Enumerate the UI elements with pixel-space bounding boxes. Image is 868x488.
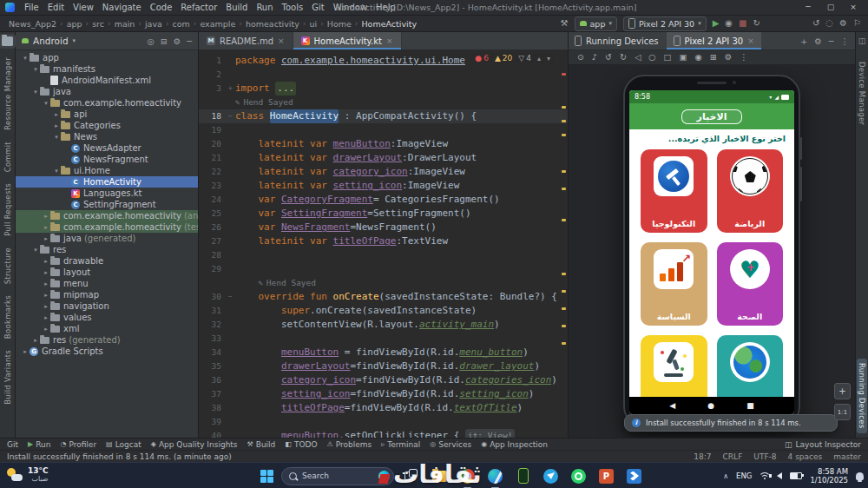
notifications-bell-icon[interactable]: ⚐ xyxy=(853,16,861,30)
emulator-icon[interactable] xyxy=(513,466,533,486)
screenshot-icon[interactable]: ▣ xyxy=(680,51,687,63)
menu-refactor[interactable]: Refactor xyxy=(176,0,221,15)
whatsapp-icon[interactable] xyxy=(569,466,589,486)
code-line[interactable]: 40 menuButton.setOnClickListener { it: V… xyxy=(199,429,568,438)
add-device-icon[interactable]: + xyxy=(800,36,807,46)
tool-button-todo[interactable]: ◧TODO xyxy=(285,440,317,449)
code-line[interactable]: 38 titleOfPage=findViewById(R.id.textOfT… xyxy=(199,401,568,415)
menu-code[interactable]: Code xyxy=(146,0,177,15)
tool-button-build[interactable]: ⚒Build xyxy=(247,440,276,449)
volume-icon[interactable] xyxy=(777,472,782,479)
breadcrumb-com[interactable]: com xyxy=(171,19,192,29)
line-ending-indicator[interactable]: CRLF xyxy=(723,452,743,461)
code-line[interactable]: 28 xyxy=(199,248,568,262)
category-card-item[interactable]: ♥+الصحة xyxy=(717,242,784,326)
minimize-button[interactable]: ─ xyxy=(797,0,819,15)
breadcrumb-example[interactable]: example xyxy=(198,19,237,29)
code-line[interactable]: 36 category_icon=findViewById(R.id.categ… xyxy=(199,373,568,387)
wifi-icon[interactable] xyxy=(760,472,769,480)
project-view-selector[interactable]: Android xyxy=(33,36,69,46)
code-line[interactable]: 32 setContentView(R.layout.activity_main… xyxy=(199,318,568,332)
rotate-left-icon[interactable]: ↺ xyxy=(605,51,612,63)
zoom-in-button[interactable]: + xyxy=(834,383,851,399)
android-studio-icon[interactable] xyxy=(485,466,505,486)
android-back-button[interactable]: ◀ xyxy=(669,397,675,414)
menu-file[interactable]: File xyxy=(20,0,43,15)
build-hammer-icon[interactable]: ⚒ xyxy=(561,16,569,30)
code-line[interactable]: 24 var CategoryFragment= CategoriesFragm… xyxy=(199,193,568,207)
encoding-indicator[interactable]: UTF-8 xyxy=(753,452,776,461)
tree-item-java[interactable]: ▾java xyxy=(16,86,198,97)
tree-item-manifests[interactable]: ▾manifests xyxy=(16,63,198,75)
tool-stripe-running-devices[interactable]: Running Devices xyxy=(857,359,867,433)
breadcrumb-java[interactable]: java xyxy=(143,19,164,29)
tree-item-app[interactable]: ▾app xyxy=(16,52,198,63)
prev-issue-icon[interactable]: ▴ xyxy=(537,55,541,63)
tool-button-git[interactable]: Git xyxy=(7,440,18,449)
tool-button-services[interactable]: ◎Services xyxy=(430,440,471,449)
editor-scrollbar[interactable] xyxy=(561,66,567,438)
caret-position[interactable]: 18:7 xyxy=(694,452,711,461)
breadcrumb-home[interactable]: Home xyxy=(326,19,353,29)
close-icon[interactable]: × xyxy=(747,36,754,45)
tree-item-layout[interactable]: ▸layout xyxy=(16,267,198,278)
code-line[interactable]: 27 lateinit var titleOfPage:TextView xyxy=(199,234,568,248)
code-line[interactable]: 20 lateinit var menuButton:ImageView xyxy=(199,137,568,151)
devices-settings-icon[interactable]: ⚙ xyxy=(814,36,822,46)
telegram-icon[interactable] xyxy=(541,466,561,486)
code-line[interactable]: 19 xyxy=(199,123,568,137)
code-line[interactable]: 21 lateinit var drawerLayout:DrawerLayou… xyxy=(199,151,568,165)
tab-readme-md[interactable]: MREADME.md× xyxy=(199,32,293,49)
weather-widget[interactable]: 13°C ضباب xyxy=(7,466,49,484)
tree-item-menu[interactable]: ▸menu xyxy=(16,278,198,289)
code-line[interactable]: 29 xyxy=(199,262,568,276)
menu-view[interactable]: View xyxy=(69,0,98,15)
tree-item-mipmap[interactable]: ▸mipmap xyxy=(16,289,198,300)
tree-item-settingfragment[interactable]: CSettingFragment xyxy=(16,199,198,210)
breadcrumb-homeactivity[interactable]: homeactivity xyxy=(244,19,301,29)
code-line[interactable]: 25 var SettingFragment=SettingFragment() xyxy=(199,207,568,221)
hide-panel-icon[interactable]: ─ xyxy=(187,36,192,46)
weak-warning-indicator[interactable]: ▽4 xyxy=(518,54,531,63)
tree-item-res[interactable]: ▾res xyxy=(16,244,198,255)
tree-item-categories[interactable]: ▸Categories xyxy=(16,120,198,131)
volume-icon[interactable]: ♪ xyxy=(592,51,597,63)
tree-item-navigation[interactable]: ▸navigation xyxy=(16,300,198,312)
tree-item-xml[interactable]: ▸xml xyxy=(16,323,198,334)
tree-item-androidmanifest-xml[interactable]: AndroidManifest.xml xyxy=(16,75,198,86)
android-home-button[interactable]: ● xyxy=(707,397,714,414)
fold-marker[interactable]: − xyxy=(226,109,235,123)
code-line[interactable]: 39 xyxy=(199,415,568,429)
maximize-button[interactable]: ▢ xyxy=(819,0,842,15)
android-recents-button[interactable]: ■ xyxy=(746,397,754,414)
menu-build[interactable]: Build xyxy=(221,0,252,15)
home-icon[interactable]: ○ xyxy=(648,51,655,63)
inspection-widget[interactable]: ●6▲20▽4▴▾ xyxy=(471,53,554,63)
project-tool-icon[interactable] xyxy=(2,36,13,46)
file-explorer-icon[interactable] xyxy=(430,466,450,486)
tree-item-gradle-scripts[interactable]: ▸GGradle Scripts xyxy=(16,346,198,357)
tool-button-terminal[interactable]: ▹Terminal xyxy=(381,440,420,449)
hide-devices-icon[interactable]: ─ xyxy=(829,36,834,46)
debug-button[interactable]: ◉ xyxy=(725,16,733,30)
locate-file-icon[interactable]: ◎ xyxy=(147,36,154,46)
tool-button-profiler[interactable]: ◔Profiler xyxy=(60,440,96,449)
tree-item-com-example-homeactivity-test[interactable]: ▸com.example.homeactivity(test) xyxy=(16,221,198,233)
tree-item-ui-home[interactable]: ▾ui.Home xyxy=(16,165,198,176)
stop-button[interactable]: ■ xyxy=(739,16,746,30)
screen-record-icon[interactable]: ◉ xyxy=(695,51,702,63)
tree-item-drawable[interactable]: ▸drawable xyxy=(16,255,198,267)
tree-item-languages-kt[interactable]: KLanguages.kt xyxy=(16,188,198,199)
menu-edit[interactable]: Edit xyxy=(43,0,69,15)
code-line[interactable]: 37 setting_icon=findViewById(R.id.settin… xyxy=(199,387,568,401)
close-button[interactable]: × xyxy=(842,0,865,15)
zoom-reset-button[interactable]: 1:1 xyxy=(834,404,851,420)
device-tab-pixel-2-api-30[interactable]: Pixel 2 API 30 × xyxy=(667,32,761,49)
code-line[interactable]: 34 menuButton = findViewById(R.id.menu_b… xyxy=(199,346,568,359)
back-icon[interactable]: ◁ xyxy=(635,51,641,63)
devices-more-icon[interactable]: ⋮ xyxy=(841,36,850,46)
tree-item-newsadapter[interactable]: CNewsAdapter xyxy=(16,142,198,154)
code-line[interactable]: 3+import ... xyxy=(199,82,568,96)
code-line[interactable]: 18−class HomeActivity : AppCompatActivit… xyxy=(199,109,568,123)
tree-item-res-generated[interactable]: ▸res(generated) xyxy=(16,334,198,346)
